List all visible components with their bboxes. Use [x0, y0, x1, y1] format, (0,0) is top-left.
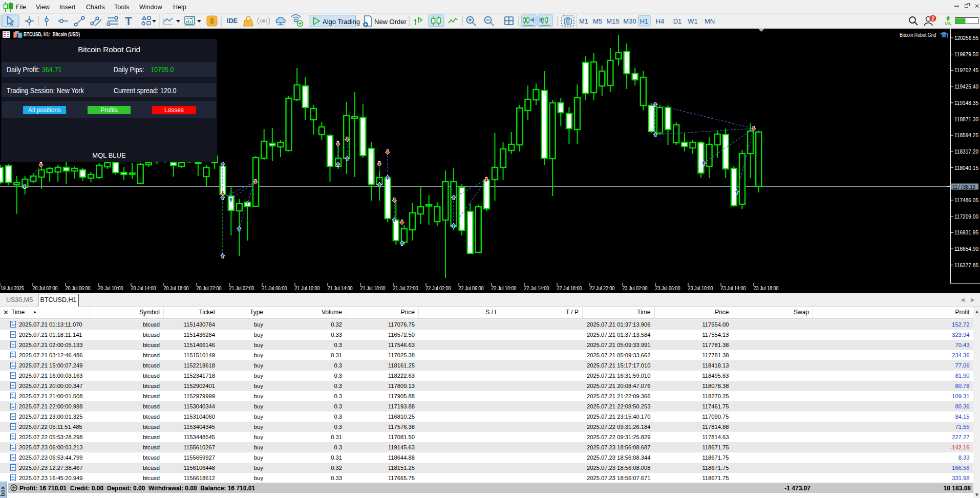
svg-text:116931.95: 116931.95	[954, 229, 978, 235]
svg-text:23 Jul 14:00: 23 Jul 14:00	[721, 285, 746, 291]
svg-text:118040.15: 118040.15	[954, 165, 978, 171]
svg-text:116377.85: 116377.85	[954, 262, 978, 268]
svg-text:20 Jul 22:00: 20 Jul 22:00	[197, 285, 222, 291]
svg-text:118594.25: 118594.25	[954, 132, 978, 138]
svg-text:22 Jul 14:00: 22 Jul 14:00	[524, 285, 549, 291]
svg-text:23 Jul 02:00: 23 Jul 02:00	[623, 285, 648, 291]
svg-text:20 Jul 18:00: 20 Jul 18:00	[164, 285, 189, 291]
svg-text:20 Jul 02:00: 20 Jul 02:00	[33, 285, 58, 291]
svg-text:21 Jul 22:00: 21 Jul 22:00	[393, 285, 418, 291]
svg-text:22 Jul 18:00: 22 Jul 18:00	[557, 285, 582, 291]
svg-text:22 Jul 10:00: 22 Jul 10:00	[492, 285, 517, 291]
svg-text:21 Jul 06:00: 21 Jul 06:00	[262, 285, 287, 291]
svg-text:118317.20: 118317.20	[954, 148, 978, 155]
svg-text:21 Jul 10:00: 21 Jul 10:00	[295, 285, 320, 291]
svg-text:21 Jul 14:00: 21 Jul 14:00	[328, 285, 353, 291]
svg-text:22 Jul 02:00: 22 Jul 02:00	[426, 285, 451, 291]
svg-text:120256.55: 120256.55	[954, 35, 978, 41]
svg-text:116654.90: 116654.90	[954, 246, 978, 252]
svg-text:2: 2	[931, 16, 934, 21]
svg-text:23 Jul 06:00: 23 Jul 06:00	[655, 285, 680, 291]
svg-text:20 Jul 10:00: 20 Jul 10:00	[98, 285, 123, 291]
svg-text:20 Jul 06:00: 20 Jul 06:00	[66, 285, 91, 291]
svg-text:119425.40: 119425.40	[954, 83, 978, 90]
svg-text:21 Jul 18:00: 21 Jul 18:00	[360, 285, 386, 291]
svg-text:22 Jul 22:00: 22 Jul 22:00	[590, 285, 615, 291]
svg-text:117209.00: 117209.00	[954, 213, 978, 220]
svg-text:119702.45: 119702.45	[954, 67, 978, 73]
svg-text:23 Jul 18:00: 23 Jul 18:00	[754, 285, 779, 291]
svg-text:21 Jul 02:00: 21 Jul 02:00	[229, 285, 254, 291]
svg-text:22 Jul 06:00: 22 Jul 06:00	[459, 285, 484, 291]
svg-text:117486.05: 117486.05	[954, 197, 978, 203]
svg-text:20 Jul 14:00: 20 Jul 14:00	[131, 285, 156, 291]
svg-text:$: $	[210, 17, 214, 25]
svg-text:117738.13: 117738.13	[952, 184, 975, 190]
svg-text:23 Jul 10:00: 23 Jul 10:00	[688, 285, 713, 291]
svg-text:119148.35: 119148.35	[954, 100, 978, 106]
svg-text:119979.50: 119979.50	[954, 51, 978, 57]
svg-text:19 Jul 2025: 19 Jul 2025	[1, 285, 24, 291]
svg-text:118871.30: 118871.30	[954, 116, 978, 122]
svg-text:LVL: LVL	[945, 21, 952, 25]
